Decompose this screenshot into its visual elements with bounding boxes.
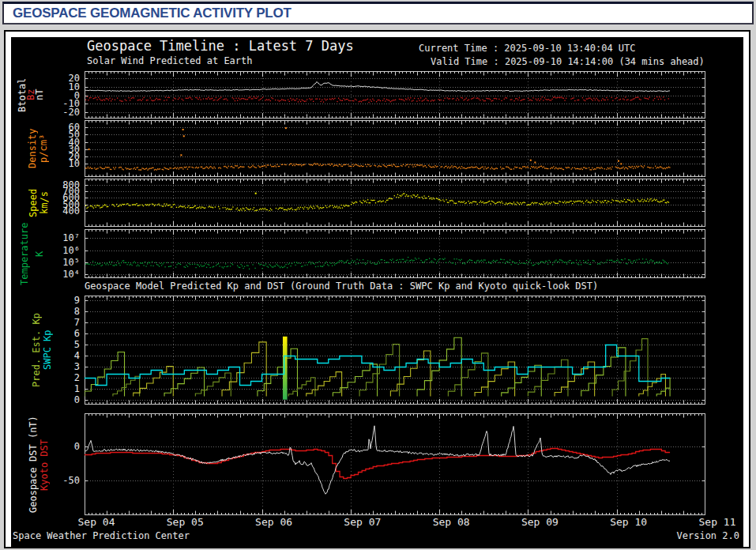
y-axis-title-temperature: Temperature	[18, 198, 31, 309]
model-section-title: Geospace Model Predicted Kp and DST (Gro…	[85, 281, 598, 292]
y-tick-label-temperature: 10⁵	[40, 257, 80, 268]
x-axis-label: Sep 08	[423, 516, 479, 528]
y-tick-label-temperature: 10⁶	[40, 245, 80, 256]
x-axis-label: Sep 04	[69, 516, 124, 528]
y-axis-title-swpc-kp: SWPC Kp	[41, 295, 54, 405]
x-axis-label: Sep 10	[601, 516, 656, 528]
x-axis-label: Sep 09	[512, 516, 567, 528]
valid-time-label: Valid Time : 2025-09-10 14:14:00 (34 min…	[431, 56, 705, 67]
y-axis-title-k: K	[33, 198, 46, 309]
footer-version: Version 2.0	[677, 530, 739, 541]
plot-area: Geospace Timeline : Latest 7 Days Solar …	[11, 37, 743, 547]
chart-panel-dst	[85, 413, 705, 515]
current-time-label: Current Time : 2025-09-10 13:40:04 UTC	[419, 43, 636, 54]
x-axis-label: Sep 11	[690, 516, 743, 528]
chart-panel-speed	[85, 179, 705, 227]
plot-subtitle: Solar Wind Predicted at Earth	[87, 55, 253, 66]
chart-panel-temperature	[85, 229, 705, 278]
y-tick-label-temperature: 10⁴	[40, 269, 80, 280]
y-tick-label-temperature: 10⁷	[40, 232, 80, 243]
chart-panel-kp	[85, 296, 705, 405]
chart-panel-bfield	[85, 71, 705, 119]
header-bar: GEOSPACE GEOMAGNETIC ACTIVITY PLOT	[2, 2, 754, 24]
x-axis-label: Sep 06	[246, 516, 302, 528]
page-title: GEOSPACE GEOMAGNETIC ACTIVITY PLOT	[4, 6, 291, 21]
x-axis-label: Sep 07	[335, 516, 390, 528]
x-axis-label: Sep 05	[157, 516, 213, 528]
chart-panel-density	[85, 120, 705, 177]
plot-main-title: Geospace Timeline : Latest 7 Days	[87, 38, 354, 54]
plot-window: Geospace Timeline : Latest 7 Days Solar …	[4, 30, 750, 548]
y-axis-title-kyoto-dst: Kyoto DST	[38, 409, 51, 520]
footer-org: Space Weather Prediction Center	[13, 530, 190, 541]
